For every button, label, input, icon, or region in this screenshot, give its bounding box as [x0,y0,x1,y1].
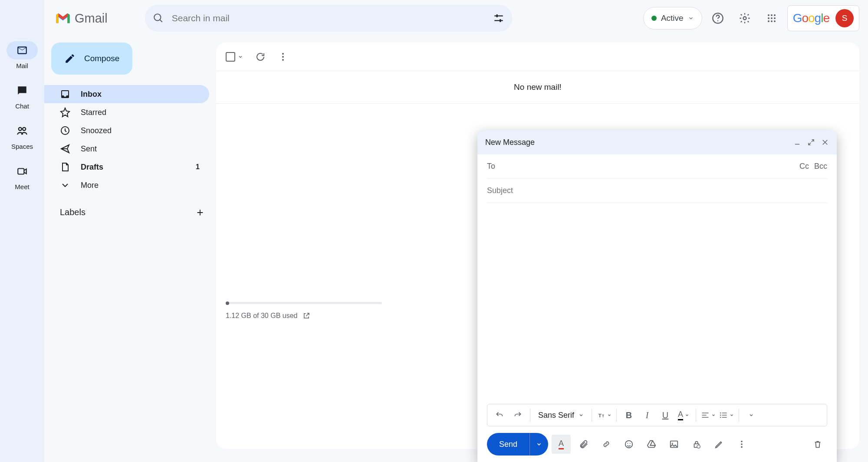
mail-toolbar [216,43,859,71]
emoji-button[interactable] [619,435,638,454]
meet-icon [16,166,28,177]
chevron-down-icon [688,15,694,21]
align-icon [701,411,710,419]
font-size-icon: TT [597,411,607,419]
more-button[interactable] [278,52,288,62]
google-account-box[interactable]: Google S [787,5,859,31]
to-input[interactable] [501,162,793,171]
svg-point-12 [774,17,776,19]
svg-point-29 [672,443,673,444]
send-options-button[interactable] [529,433,548,455]
status-dot-icon [651,16,657,21]
link-button[interactable] [597,435,616,454]
svg-point-1 [23,128,26,131]
gmail-logo-icon [55,12,71,25]
redo-button[interactable] [509,406,526,424]
trash-icon [813,439,822,449]
rail-item-meet[interactable]: Meet [7,162,38,190]
add-label-button[interactable] [195,208,205,217]
send-button[interactable]: Send [487,433,548,455]
inbox-icon [60,89,70,99]
font-selector[interactable]: Sans Serif [534,411,588,420]
svg-point-14 [771,20,773,22]
confidential-button[interactable] [687,435,706,454]
cc-button[interactable]: Cc [799,162,809,171]
rail-item-mail[interactable]: Mail [7,41,38,69]
svg-point-23 [720,415,721,416]
chevron-down-icon [685,413,689,417]
bold-button[interactable]: B [620,406,638,424]
italic-button[interactable]: I [638,406,656,424]
signature-button[interactable] [710,435,729,454]
search-input[interactable] [172,13,485,23]
folder-label: Inbox [81,90,102,99]
status-label: Active [661,13,684,23]
folder-more[interactable]: More [44,176,209,194]
to-label: To [487,162,495,171]
svg-text:T: T [598,413,602,418]
attach-button[interactable] [574,435,593,454]
folder-snoozed[interactable]: Snoozed [44,121,209,140]
image-button[interactable] [664,435,684,454]
svg-point-0 [19,128,22,131]
labels-heading: Labels [60,207,85,217]
close-icon[interactable] [821,138,829,146]
avatar[interactable]: S [835,9,854,27]
more-options-button[interactable] [732,435,751,454]
discard-button[interactable] [808,435,827,454]
compose-header[interactable]: New Message [477,130,837,154]
star-icon [60,107,70,118]
align-button[interactable] [700,406,717,424]
refresh-button[interactable] [255,52,266,62]
folder-inbox[interactable]: Inbox [44,85,209,103]
font-size-button[interactable]: TT [595,406,613,424]
mail-icon [16,45,28,56]
fullscreen-icon[interactable] [807,138,815,146]
compose-title: New Message [485,138,535,147]
subject-field-row[interactable] [487,179,827,203]
gmail-logo[interactable]: Gmail [55,11,108,26]
folder-drafts[interactable]: Drafts 1 [44,158,209,176]
folder-sent[interactable]: Sent [44,140,209,158]
drive-button[interactable] [642,435,661,454]
minimize-icon[interactable] [793,138,801,146]
svg-point-34 [741,446,743,448]
sidebar: Compose Inbox Starred Snoozed Sent Draft… [44,36,216,217]
storage-text: 1.12 GB of 30 GB used [226,312,297,320]
bcc-button[interactable]: Bcc [814,162,827,171]
rail-item-spaces[interactable]: Spaces [7,122,38,150]
folder-count: 1 [196,163,200,171]
subject-input[interactable] [487,186,827,195]
chevron-down-icon [730,413,734,417]
compose-body[interactable] [477,203,837,404]
support-button[interactable] [707,7,729,29]
compose-button[interactable]: Compose [51,43,132,75]
storage-info: 1.12 GB of 30 GB used [226,302,382,320]
apps-button[interactable] [760,7,783,29]
more-formatting-button[interactable] [743,406,760,424]
search-options-icon[interactable] [493,13,504,24]
folder-label: Snoozed [81,126,112,135]
formatting-toggle-button[interactable]: A [552,435,571,454]
emoji-icon [624,439,634,449]
image-icon [669,439,679,449]
status-chip[interactable]: Active [643,7,702,29]
rail-item-chat[interactable]: Chat [7,82,38,110]
select-all-checkbox[interactable] [226,52,243,62]
attachment-icon [579,439,589,449]
rail-label-meet: Meet [15,183,29,190]
underline-button[interactable]: U [657,406,674,424]
to-field-row[interactable]: To Cc Bcc [487,154,827,179]
open-in-new-icon[interactable] [302,312,310,320]
text-color-button[interactable]: A [675,406,692,424]
svg-point-18 [282,56,284,58]
search-bar[interactable] [145,5,512,32]
rail-label-chat: Chat [15,102,29,110]
undo-button[interactable] [491,406,508,424]
svg-text:T: T [602,414,604,418]
svg-point-24 [720,417,721,418]
settings-button[interactable] [733,7,756,29]
google-logo: Google [793,11,829,25]
folder-starred[interactable]: Starred [44,103,209,121]
list-button[interactable] [718,406,735,424]
